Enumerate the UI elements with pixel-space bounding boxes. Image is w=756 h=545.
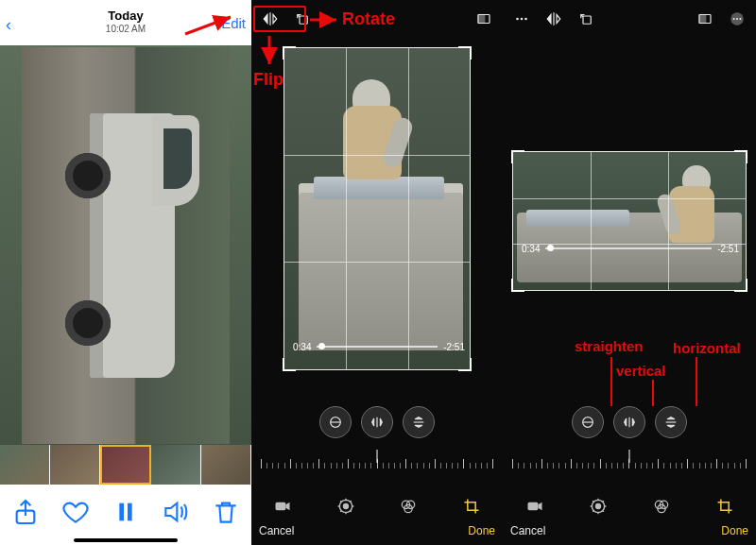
adjust-dial-row: [251, 406, 503, 438]
crop-frame[interactable]: [512, 151, 747, 291]
editor-bottom-bar: Cancel Done: [503, 522, 756, 539]
svg-point-21: [733, 18, 735, 20]
scrub-remaining-time: -2:51: [443, 342, 465, 352]
viewer-toolbar: [0, 488, 251, 536]
editor-bottom-bar: Cancel Done: [251, 522, 503, 539]
crop-tab-icon[interactable]: [713, 494, 737, 519]
aspect-ratio-icon[interactable]: [692, 6, 718, 32]
cancel-button[interactable]: Cancel: [510, 524, 545, 537]
svg-point-10: [343, 504, 348, 509]
header-title: Today 10:02 AM: [106, 9, 146, 36]
filters-tab-icon[interactable]: [649, 494, 674, 519]
heart-icon[interactable]: [60, 497, 91, 527]
aspect-ratio-icon[interactable]: [471, 6, 497, 32]
media-preview[interactable]: [0, 45, 251, 445]
svg-rect-19: [699, 15, 706, 24]
crop-tab-icon[interactable]: [459, 494, 484, 519]
video-scrubber[interactable]: 0:34 -2:51: [293, 342, 465, 351]
pause-icon[interactable]: [111, 497, 141, 527]
home-indicator: [74, 538, 178, 542]
crop-frame[interactable]: [284, 47, 471, 370]
scrub-remaining-time: -2:51: [717, 244, 739, 254]
horizontal-dial[interactable]: [403, 406, 435, 438]
angle-ruler[interactable]: [261, 451, 493, 468]
thumbnail[interactable]: [201, 445, 251, 485]
done-button[interactable]: Done: [468, 524, 495, 537]
svg-rect-5: [478, 15, 485, 24]
svg-rect-8: [276, 502, 286, 510]
share-icon[interactable]: [10, 497, 41, 527]
thumbnail-strip[interactable]: [0, 445, 251, 485]
annotation-line-vertical: [652, 380, 654, 406]
scrub-current-time: 0:34: [522, 244, 540, 254]
editor-panel-portrait: 0:34 -2:51 Cancel Done: [251, 0, 503, 545]
subtitle-text: 10:02 AM: [106, 23, 146, 36]
svg-point-28: [595, 504, 600, 509]
video-tab-icon[interactable]: [270, 494, 295, 519]
edit-button[interactable]: Edit: [221, 15, 246, 31]
video-tab-icon[interactable]: [523, 494, 547, 519]
thumbnail[interactable]: [151, 445, 201, 485]
back-button[interactable]: ‹: [6, 15, 11, 35]
svg-rect-2: [128, 503, 132, 521]
adjust-tab-icon[interactable]: [586, 494, 610, 519]
straighten-dial[interactable]: [319, 406, 352, 438]
thumbnail[interactable]: [100, 445, 150, 485]
svg-rect-1: [119, 503, 124, 521]
more-icon[interactable]: [724, 6, 750, 32]
thumbnail[interactable]: [0, 445, 50, 485]
adjust-tab-icon[interactable]: [334, 494, 358, 519]
annotation-line-straighten: [610, 357, 612, 406]
annotation-line-horizontal: [696, 357, 697, 406]
scrub-current-time: 0:34: [293, 342, 311, 352]
thumbnail[interactable]: [50, 445, 100, 485]
photos-viewer-panel: ‹ Today 10:02 AM Edit ✦: [0, 0, 251, 545]
horizontal-dial[interactable]: [655, 406, 687, 438]
editor-tabs: [503, 492, 756, 520]
vertical-dial[interactable]: [613, 406, 645, 438]
speaker-icon[interactable]: [161, 497, 191, 527]
svg-point-22: [736, 18, 738, 20]
trash-icon[interactable]: [211, 497, 241, 527]
filters-tab-icon[interactable]: [396, 494, 421, 519]
straighten-dial[interactable]: [572, 406, 604, 438]
svg-point-23: [739, 18, 741, 20]
editor-tabs: [251, 492, 503, 520]
svg-rect-26: [527, 502, 538, 510]
cancel-button[interactable]: Cancel: [259, 524, 294, 537]
title-text: Today: [106, 9, 146, 23]
vertical-dial[interactable]: [361, 406, 393, 438]
viewer-header: ‹ Today 10:02 AM Edit: [0, 0, 251, 45]
angle-ruler[interactable]: [512, 451, 747, 468]
done-button[interactable]: Done: [721, 524, 748, 537]
adjust-dial-row: [503, 406, 756, 438]
video-scrubber[interactable]: 0:34 -2:51: [522, 244, 739, 253]
editor-panel-landscape: ✦ 0:34 -2:51: [503, 0, 756, 545]
